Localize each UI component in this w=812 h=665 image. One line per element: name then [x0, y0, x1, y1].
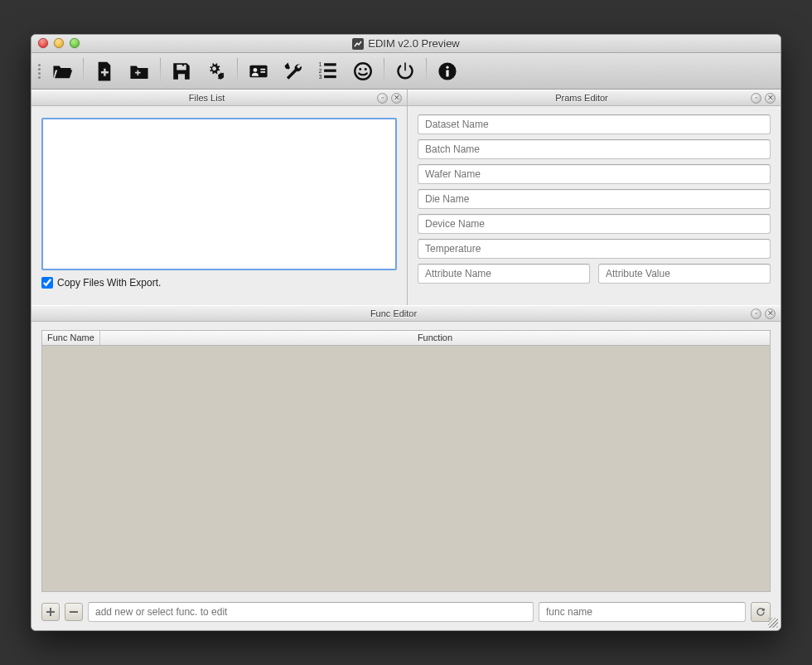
batch-name-field[interactable] — [418, 139, 771, 159]
info-button[interactable] — [431, 56, 464, 86]
svg-text:1: 1 — [319, 61, 322, 67]
func-table-header: Func Name Function — [42, 331, 770, 346]
svg-point-10 — [359, 68, 361, 70]
close-window-button[interactable] — [38, 38, 48, 48]
files-list-panel: Files List ▫ ✕ Copy Files With Export. — [31, 90, 408, 305]
toolbar: 123 — [31, 53, 781, 90]
tools-button[interactable] — [277, 56, 310, 86]
remove-func-button[interactable] — [65, 603, 83, 621]
function-column-header[interactable]: Function — [100, 331, 770, 345]
open-button[interactable] — [46, 56, 79, 86]
svg-point-11 — [365, 68, 367, 70]
temperature-field[interactable] — [418, 239, 771, 259]
device-name-field[interactable] — [418, 214, 771, 234]
svg-point-9 — [355, 63, 371, 80]
die-name-field[interactable] — [418, 189, 771, 209]
contact-card-button[interactable] — [242, 56, 275, 86]
files-panel-close-button[interactable]: ✕ — [391, 93, 402, 104]
save-button[interactable] — [165, 56, 198, 86]
wafer-name-field[interactable] — [418, 164, 771, 184]
add-func-button[interactable] — [41, 603, 60, 621]
files-panel-title: Files List — [36, 93, 377, 103]
new-folder-button[interactable] — [123, 56, 156, 86]
func-name-column-header[interactable]: Func Name — [42, 331, 100, 345]
files-panel-float-button[interactable]: ▫ — [377, 93, 388, 104]
resize-grip[interactable] — [768, 618, 778, 628]
svg-rect-15 — [70, 611, 78, 613]
copy-files-checkbox-row[interactable]: Copy Files With Export. — [41, 277, 397, 289]
power-button[interactable] — [389, 56, 422, 86]
prams-editor-panel: Prams Editor ▫ ✕ — [408, 90, 781, 305]
func-panel-close-button[interactable]: ✕ — [765, 308, 776, 319]
attribute-value-field[interactable] — [598, 264, 771, 284]
svg-rect-14 — [446, 70, 448, 76]
svg-point-2 — [254, 67, 258, 71]
copy-files-checkbox[interactable] — [41, 277, 53, 289]
titlebar: EDIM v2.0 Preview — [31, 35, 781, 53]
func-panel-float-button[interactable]: ▫ — [751, 308, 761, 319]
settings-gears-button[interactable] — [200, 56, 233, 86]
func-editor-panel: Func Editor ▫ ✕ Func Name Function — [31, 305, 781, 630]
func-table-body[interactable] — [42, 346, 770, 591]
func-name-field[interactable] — [539, 602, 746, 622]
svg-text:3: 3 — [319, 73, 322, 79]
prams-panel-close-button[interactable]: ✕ — [765, 93, 776, 104]
attribute-name-field[interactable] — [418, 264, 590, 284]
app-window: EDIM v2.0 Preview — [31, 34, 781, 631]
new-file-button[interactable] — [88, 56, 121, 86]
minimize-window-button[interactable] — [54, 38, 64, 48]
svg-rect-7 — [324, 69, 336, 71]
face-button[interactable] — [346, 56, 379, 86]
func-edit-field[interactable] — [88, 602, 534, 622]
svg-point-13 — [446, 66, 448, 68]
toolbar-handle[interactable] — [36, 58, 43, 85]
svg-text:2: 2 — [319, 67, 322, 73]
files-listbox[interactable] — [41, 118, 397, 270]
prams-panel-float-button[interactable]: ▫ — [751, 93, 761, 104]
prams-panel-title: Prams Editor — [413, 93, 751, 103]
window-title-area: EDIM v2.0 Preview — [31, 37, 781, 50]
numbered-list-button[interactable]: 123 — [312, 56, 345, 86]
app-title-icon — [352, 38, 364, 50]
func-table[interactable]: Func Name Function — [41, 330, 771, 592]
dataset-name-field[interactable] — [418, 114, 771, 134]
copy-files-label: Copy Files With Export. — [57, 277, 161, 289]
func-panel-title: Func Editor — [36, 308, 751, 318]
svg-rect-8 — [324, 75, 336, 77]
window-title: EDIM v2.0 Preview — [368, 37, 460, 50]
zoom-window-button[interactable] — [70, 38, 80, 48]
traffic-lights — [38, 38, 80, 48]
svg-rect-6 — [324, 63, 336, 66]
